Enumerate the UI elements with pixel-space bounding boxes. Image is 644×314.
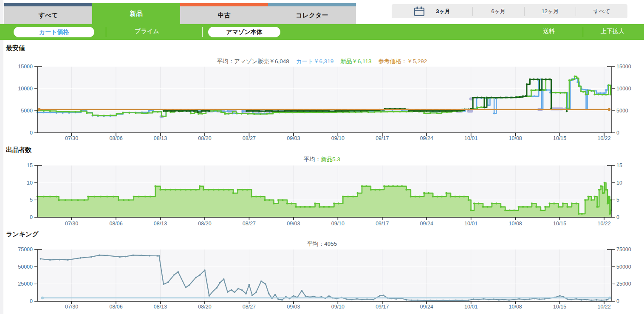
svg-text:09/17: 09/17 [376, 304, 389, 310]
svg-text:10/08: 10/08 [509, 221, 522, 227]
svg-text:08/20: 08/20 [198, 221, 211, 227]
svg-text:10/15: 10/15 [553, 304, 566, 310]
svg-text:25000: 25000 [18, 281, 33, 287]
cart-price-toggle[interactable]: カート価格 [14, 27, 94, 37]
range-6-months[interactable]: 6ヶ月 [472, 7, 524, 16]
svg-text:07/30: 07/30 [65, 221, 78, 227]
svg-text:08/27: 08/27 [243, 135, 256, 141]
sellers-chart-averages: 平均：新品5.3 [0, 156, 644, 163]
svg-text:09/03: 09/03 [287, 135, 300, 141]
series-toolbar: カート価格 プライム アマゾン本体 送料 上下拡大 [0, 24, 644, 40]
svg-text:07/30: 07/30 [65, 135, 78, 141]
prime-toggle[interactable]: プライム [121, 28, 172, 35]
avg-ranking-value: 4955 [324, 241, 337, 247]
tab-used-stripe [180, 3, 268, 6]
range-12-months[interactable]: 12ヶ月 [524, 7, 576, 16]
svg-text:10/15: 10/15 [553, 221, 566, 227]
svg-text:08/27: 08/27 [243, 221, 256, 227]
expand-vertical-toggle[interactable]: 上下拡大 [589, 28, 636, 35]
svg-text:08/27: 08/27 [243, 304, 256, 310]
svg-text:75000: 75000 [616, 247, 631, 252]
svg-text:15000: 15000 [616, 64, 631, 70]
svg-text:15000: 15000 [18, 64, 33, 70]
ranking-chart-plot[interactable]: 0025000250005000050000750007500007/3008/… [0, 247, 644, 312]
svg-text:10: 10 [616, 180, 622, 186]
svg-text:08/20: 08/20 [198, 304, 211, 310]
svg-text:10: 10 [27, 180, 33, 186]
svg-text:08/13: 08/13 [154, 135, 167, 141]
svg-text:10/01: 10/01 [464, 304, 477, 310]
tab-all-label: すべて [4, 6, 92, 24]
avg-label: 平均： [304, 156, 321, 163]
svg-text:09/10: 09/10 [331, 221, 345, 227]
svg-text:08/13: 08/13 [154, 221, 167, 227]
amazon-body-toggle[interactable]: アマゾン本体 [208, 27, 280, 37]
ranking-chart-averages: 平均：4955 [0, 240, 644, 248]
svg-text:5: 5 [616, 197, 619, 203]
toolbar-separator [202, 27, 203, 37]
svg-text:50000: 50000 [616, 264, 631, 270]
svg-text:08/20: 08/20 [198, 135, 211, 141]
svg-text:09/17: 09/17 [376, 135, 389, 141]
svg-text:10000: 10000 [18, 86, 33, 92]
tab-used[interactable]: 中古 [180, 3, 268, 24]
tab-collector-label: コレクター [268, 6, 356, 24]
price-chart-title: 最安値 [6, 44, 25, 52]
toolbar-separator [106, 27, 106, 37]
svg-text:09/10: 09/10 [331, 135, 345, 141]
svg-text:10000: 10000 [616, 86, 631, 92]
svg-text:75000: 75000 [18, 247, 33, 252]
svg-text:15: 15 [616, 163, 622, 168]
svg-text:0: 0 [616, 130, 619, 136]
svg-text:09/24: 09/24 [420, 135, 433, 141]
svg-text:10/22: 10/22 [597, 304, 610, 310]
svg-text:0: 0 [616, 214, 619, 220]
svg-text:08/06: 08/06 [109, 304, 122, 310]
sellers-chart-title: 出品者数 [6, 146, 31, 154]
svg-text:09/17: 09/17 [376, 221, 389, 227]
tab-used-label: 中古 [180, 6, 268, 24]
svg-text:10/01: 10/01 [464, 221, 477, 227]
svg-text:10/22: 10/22 [597, 221, 610, 227]
svg-text:50000: 50000 [18, 264, 33, 270]
tab-all-stripe [4, 3, 92, 6]
svg-text:09/10: 09/10 [331, 304, 345, 310]
range-all[interactable]: すべて [576, 7, 627, 16]
svg-text:0: 0 [30, 214, 33, 220]
svg-text:08/13: 08/13 [154, 304, 167, 310]
svg-text:07/30: 07/30 [65, 304, 78, 310]
svg-text:08/06: 08/06 [109, 221, 122, 227]
toolbar-separator [583, 27, 583, 37]
svg-text:0: 0 [30, 298, 33, 304]
tab-all[interactable]: すべて [4, 3, 92, 24]
price-tracker-app: すべて 新品 中古 コレクター 3ヶ月 6ヶ月 [0, 0, 644, 314]
svg-text:08/06: 08/06 [109, 135, 122, 141]
tab-collector-stripe [268, 3, 356, 6]
svg-text:0: 0 [616, 298, 619, 304]
date-range-selector: 3ヶ月 6ヶ月 12ヶ月 すべて [392, 4, 627, 18]
tab-collector[interactable]: コレクター [268, 3, 356, 24]
svg-text:5000: 5000 [616, 108, 628, 114]
avg-sellers-value: 新品5.3 [321, 156, 340, 163]
svg-text:10/01: 10/01 [464, 135, 477, 141]
svg-text:10/22: 10/22 [597, 135, 610, 141]
svg-text:09/03: 09/03 [287, 221, 300, 227]
svg-text:25000: 25000 [616, 281, 631, 287]
shipping-toggle[interactable]: 送料 [526, 28, 572, 35]
svg-text:09/24: 09/24 [420, 304, 433, 310]
calendar-icon[interactable] [414, 6, 425, 17]
svg-text:10/08: 10/08 [509, 135, 522, 141]
ranking-chart-title: ランキング [6, 230, 39, 238]
svg-text:09/24: 09/24 [420, 221, 433, 227]
condition-tabs: すべて 新品 中古 コレクター [4, 3, 356, 24]
price-chart-plot[interactable]: 00500050001000010000150001500007/3008/06… [0, 64, 644, 145]
svg-text:15: 15 [27, 163, 33, 168]
tab-new[interactable]: 新品 [92, 3, 180, 24]
range-3-months[interactable]: 3ヶ月 [436, 7, 450, 16]
sellers-chart-plot[interactable]: 00551010151507/3008/0608/1308/2008/2709/… [0, 163, 644, 228]
svg-text:10/08: 10/08 [509, 304, 522, 310]
svg-text:10/15: 10/15 [553, 135, 566, 141]
tab-new-label: 新品 [92, 3, 180, 24]
svg-text:5: 5 [30, 197, 33, 203]
avg-label: 平均： [307, 241, 325, 247]
